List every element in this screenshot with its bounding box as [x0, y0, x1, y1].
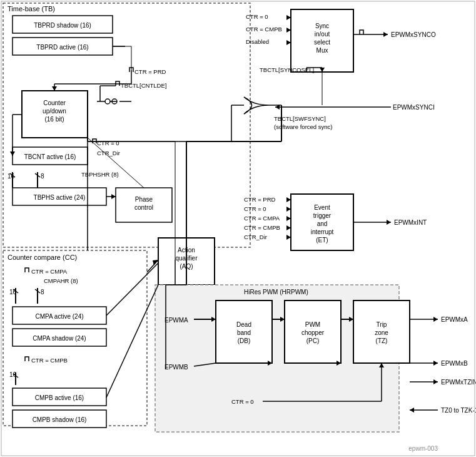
tbctl-syncosel-label: TBCTL[SYNCOSEL]: [260, 66, 314, 73]
tbcnt-active-label: TBCNT active (16): [24, 153, 76, 160]
tbphshr-label: TBPHSHR (8): [81, 171, 119, 178]
svg-text:control: control: [134, 204, 153, 211]
epwmxint-label: EPWMxINT: [394, 219, 427, 226]
event-trigger-label: Event: [314, 204, 330, 211]
sync-ctr0-label: CTR = 0: [246, 13, 268, 20]
sync-disabled-label: Disabled: [246, 38, 269, 45]
tz0-tzk1-label: TZ0 to TZK-1: [441, 407, 476, 414]
cmpb-active-label: CMPB active (16): [35, 394, 84, 401]
dead-band-label: Dead: [236, 321, 251, 328]
et-ctrcmpb-label: CTR = CMPB: [244, 224, 280, 231]
ctr-dir-label: CTR_Dir: [97, 150, 120, 157]
et-ctr0-label: CTR = 0: [244, 205, 266, 212]
hires-pwm-label: HiRes PWM (HRPWM): [244, 289, 308, 295]
svg-text:chopper: chopper: [301, 329, 325, 336]
et-ctr-prd-label: CTR = PRD: [244, 196, 276, 203]
epwmxb-label: EPWMxB: [441, 360, 468, 367]
pwm-chopper-label: PWM: [305, 321, 320, 328]
bus-8-1: 8: [41, 173, 44, 180]
et-ctrcmpa-label: CTR = CMPA: [244, 215, 280, 222]
sync-mux-label: Sync: [315, 23, 329, 29]
sync-ctrcmpb-label: CTR = CMPB: [246, 26, 282, 33]
svg-text:in/out: in/out: [315, 31, 330, 38]
bus-8-2: 8: [41, 289, 44, 295]
ctr-prd-label: CTR = PRD: [134, 68, 166, 75]
svg-text:trigger: trigger: [313, 212, 332, 219]
svg-text:(software forced sync): (software forced sync): [274, 123, 332, 130]
tbprd-active-label: TBPRD active (16): [36, 44, 88, 51]
diagram-container: Time-base (TB) TBPRD shadow (16) TBPRD a…: [0, 0, 476, 457]
epwma-label: EPWMA: [165, 317, 188, 324]
svg-text:interrupt: interrupt: [311, 228, 334, 235]
diagram-id: epwm-003: [408, 445, 438, 452]
ctr-0-label: CTR = 0: [97, 140, 119, 146]
et-ctrdir-label: CTR_Dir: [244, 234, 267, 240]
epwmxsynco-label: EPWMxSYNCO: [391, 31, 436, 38]
tbctl-cntlde-label: TBCTL[CNTLDE]: [121, 82, 166, 89]
tbprd-shadow-label: TBPRD shadow (16): [34, 22, 91, 29]
counter-compare-label: Counter compare (CC): [8, 254, 77, 261]
svg-text:(PC): (PC): [306, 337, 320, 344]
svg-text:up/down: up/down: [43, 108, 66, 115]
trip-zone-label: Trip: [377, 321, 387, 328]
counter-updown-label: Counter: [43, 100, 66, 106]
svg-text:(DB): (DB): [238, 337, 251, 344]
cmpa-active-label: CMPA active (24): [35, 313, 83, 320]
svg-text:and: and: [317, 220, 328, 227]
phase-control-label: Phase: [135, 196, 153, 203]
epwmb-label: EPWMB: [165, 364, 188, 371]
svg-text:(TZ): (TZ): [376, 337, 388, 344]
svg-text:Mux: Mux: [316, 47, 328, 54]
tbphs-active-label: TBPHS active (24): [34, 194, 86, 201]
epwmxsynci-label: EPWMxSYNCI: [393, 104, 435, 111]
epwmxtzint-label: EPWMxTZINT: [441, 379, 476, 386]
cmpa-shadow-label: CMPA shadow (24): [33, 335, 86, 342]
time-base-label: Time-base (TB): [8, 5, 55, 13]
svg-text:zone: zone: [375, 329, 388, 336]
svg-text:select: select: [314, 39, 330, 46]
svg-point-16: [105, 99, 110, 104]
ctr-cmpb-label: CTR = CMPB: [31, 357, 68, 364]
ctr0-bottom-label: CTR = 0: [231, 398, 254, 405]
cmpb-shadow-label: CMPB shadow (16): [33, 416, 87, 423]
cmpahr-label: CMPAHR (8): [44, 277, 78, 284]
epwmxa-label: EPWMxA: [441, 316, 468, 323]
svg-text:band: band: [237, 329, 251, 336]
ctr-cmpa-label: CTR = CMPA: [31, 268, 68, 275]
svg-text:(16 bit): (16 bit): [44, 116, 64, 123]
svg-text:(ET): (ET): [316, 237, 328, 244]
